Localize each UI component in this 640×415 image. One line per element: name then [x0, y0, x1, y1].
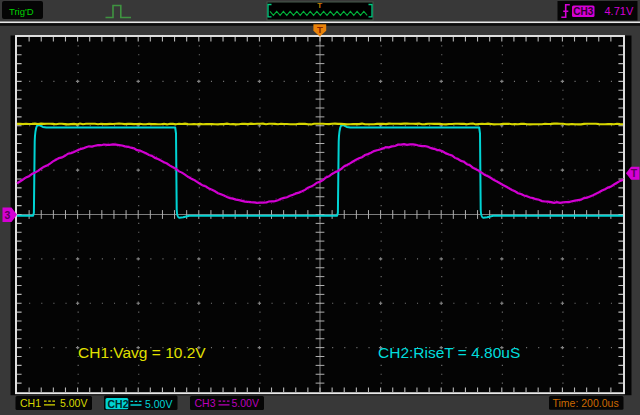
svg-text:Time: 200.0us: Time: 200.0us — [553, 397, 619, 409]
svg-text:5.00V: 5.00V — [60, 397, 87, 409]
svg-text:CH1:Vavg = 10.2V: CH1:Vavg = 10.2V — [78, 344, 206, 361]
svg-text:5.00V: 5.00V — [232, 397, 259, 409]
svg-text:T: T — [317, 1, 322, 10]
svg-text:CH2: CH2 — [108, 398, 129, 410]
svg-text:CH2:RiseT = 4.80uS: CH2:RiseT = 4.80uS — [378, 344, 520, 361]
svg-text:CH1: CH1 — [20, 397, 41, 409]
svg-text:3: 3 — [5, 209, 11, 221]
svg-text:T: T — [317, 24, 323, 35]
svg-text:5.00V: 5.00V — [145, 398, 172, 410]
svg-text:CH3: CH3 — [195, 397, 216, 409]
svg-text:CH3: CH3 — [573, 6, 593, 17]
svg-text:Trig'D: Trig'D — [9, 6, 34, 17]
svg-text:T: T — [631, 167, 638, 179]
svg-text:4.71V: 4.71V — [605, 5, 634, 17]
